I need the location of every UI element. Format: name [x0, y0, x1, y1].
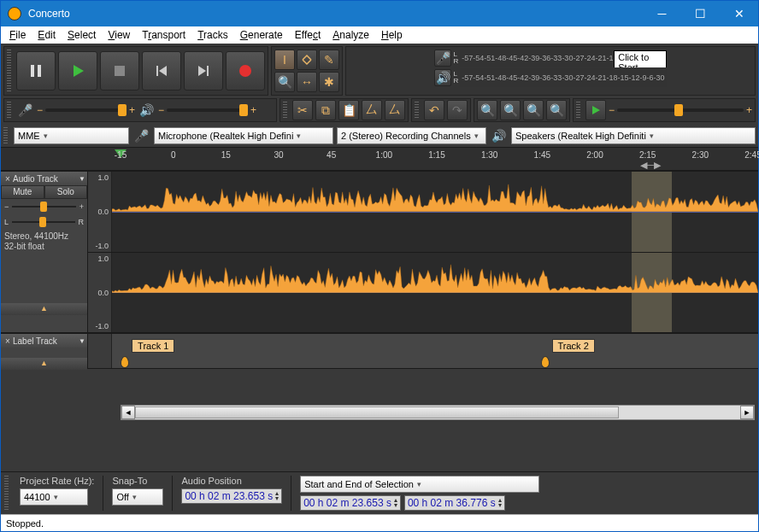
zoom-tool-button[interactable]: 🔍 — [274, 72, 295, 92]
label-box[interactable]: Track 2 — [552, 339, 595, 353]
zoom-in-button[interactable]: 🔍 — [477, 100, 497, 120]
selection-mode-combo[interactable]: Start and End of Selection▾ — [300, 476, 539, 493]
close-button[interactable]: ✕ — [720, 1, 758, 26]
grip-icon[interactable] — [7, 102, 11, 119]
playback-meter[interactable]: -57-54-51-48-45-42-39-36-33-30-27-24-21-… — [460, 68, 666, 87]
play-at-speed-button[interactable] — [585, 100, 606, 120]
playback-speed-slider[interactable] — [617, 108, 744, 112]
scrollbar-thumb[interactable] — [135, 406, 619, 418]
cut-button[interactable]: ✂ — [292, 100, 313, 120]
window-title: Concerto — [28, 8, 643, 20]
speaker-meter-icon[interactable]: 🔊 — [434, 69, 451, 86]
transport-toolbar — [3, 46, 268, 96]
label-marker-icon[interactable] — [541, 356, 550, 368]
selection-start-field[interactable]: 00 h 02 m 23.653 s▴▾ — [300, 495, 401, 511]
pause-button[interactable] — [16, 51, 56, 91]
skip-end-button[interactable] — [184, 51, 223, 91]
scroll-right-button[interactable]: ► — [740, 406, 754, 419]
track-menu-button[interactable]: ▼ — [79, 175, 85, 183]
copy-button[interactable]: ⧉ — [315, 100, 336, 120]
speaker-icon: 🔊 — [490, 129, 508, 143]
paste-button[interactable]: 📋 — [338, 100, 359, 120]
undo-button[interactable]: ↶ — [424, 100, 444, 120]
zoom-out-button[interactable]: 🔍 — [500, 100, 521, 120]
grip-icon[interactable] — [576, 102, 580, 119]
track-collapse-button[interactable]: ▲ — [1, 303, 87, 315]
draw-tool-button[interactable]: ✎ — [319, 50, 339, 70]
recording-device-combo[interactable]: Microphone (Realtek High Defini▾ — [154, 127, 333, 144]
selection-end-field[interactable]: 00 h 02 m 36.776 s▴▾ — [404, 495, 505, 511]
gain-slider[interactable]: −+ — [1, 199, 87, 214]
track-close-button[interactable]: × — [3, 174, 13, 184]
menu-edit[interactable]: Edit — [32, 28, 61, 42]
track-collapse-button[interactable]: ▲ — [1, 358, 87, 370]
track-header[interactable]: × Label Track ▼ — [1, 334, 87, 348]
scrub-handle-icon[interactable]: ◀─▶ — [640, 160, 661, 171]
recording-meter[interactable]: -57-54-51-48-45-42-39-36-33-30-27-24-21-… — [460, 49, 666, 67]
svg-marker-9 — [592, 106, 600, 114]
menu-view[interactable]: View — [103, 28, 135, 42]
skip-start-button[interactable] — [142, 51, 181, 91]
menu-file-label: ile — [15, 29, 26, 41]
vertical-ruler[interactable]: 1.0 0.0 -1.0 — [88, 172, 112, 252]
horizontal-scrollbar[interactable]: ◄ ► — [121, 405, 755, 420]
menu-analyze[interactable]: Analyze — [327, 28, 374, 42]
play-button[interactable] — [58, 51, 97, 91]
menu-select[interactable]: Select — [62, 28, 101, 42]
svg-point-8 — [239, 65, 251, 77]
mic-icon: 🎤 — [132, 129, 150, 143]
silence-button[interactable]: ⼛ — [385, 100, 405, 120]
label-box[interactable]: Track 1 — [132, 339, 174, 353]
track-close-button[interactable]: × — [3, 336, 13, 346]
selection-tool-button[interactable]: I — [274, 50, 295, 70]
recording-channels-combo[interactable]: 2 (Stereo) Recording Channels▾ — [337, 127, 486, 144]
svg-rect-4 — [156, 66, 158, 76]
waveform-right[interactable] — [112, 253, 758, 333]
grip-icon[interactable] — [283, 102, 287, 119]
status-text: Stopped. — [6, 518, 44, 529]
fit-project-button[interactable]: 🔍 — [546, 100, 567, 120]
grip-icon[interactable] — [415, 102, 419, 119]
recording-volume-slider[interactable] — [45, 108, 126, 112]
envelope-tool-button[interactable] — [297, 50, 317, 70]
grip-icon[interactable] — [4, 476, 9, 511]
mic-meter-icon[interactable]: 🎤 — [434, 50, 451, 67]
maximize-button[interactable]: ☐ — [681, 1, 720, 26]
timeshift-tool-button[interactable]: ↔ — [297, 72, 317, 92]
menu-tracks[interactable]: Tracks — [192, 28, 233, 42]
stop-button[interactable] — [100, 51, 139, 91]
mute-button[interactable]: Mute — [1, 185, 44, 199]
pan-slider[interactable]: LR — [1, 214, 87, 230]
menu-file[interactable]: File — [4, 28, 31, 42]
multi-tool-button[interactable]: ✱ — [319, 72, 339, 92]
edit-toolbar: ✂ ⧉ 📋 ⼛ ⼛ — [279, 98, 409, 122]
trim-button[interactable]: ⼛ — [362, 100, 382, 120]
waveform-left[interactable] — [112, 172, 758, 252]
track-header[interactable]: × Audio Track ▼ — [1, 172, 87, 185]
menu-help[interactable]: Help — [376, 28, 408, 42]
grip-icon[interactable] — [7, 50, 11, 92]
snap-to-combo[interactable]: Off▾ — [112, 488, 163, 506]
fit-selection-button[interactable]: 🔍 — [523, 100, 544, 120]
scroll-left-button[interactable]: ◄ — [121, 406, 135, 419]
audio-position-field[interactable]: 00 h 02 m 23.653 s▴▾ — [181, 488, 282, 504]
minimize-button[interactable]: ─ — [643, 1, 681, 26]
audio-host-combo[interactable]: MME▾ — [14, 127, 129, 144]
grip-icon[interactable] — [3, 127, 8, 144]
label-marker-icon[interactable] — [121, 356, 129, 368]
speaker-icon: 🔊 — [138, 103, 156, 117]
timeline-ruler[interactable]: -1501530451:001:151:301:452:002:152:302:… — [1, 147, 758, 171]
record-button[interactable] — [226, 51, 265, 91]
track-menu-button[interactable]: ▼ — [79, 337, 85, 345]
project-rate-combo[interactable]: 44100▾ — [20, 488, 88, 506]
playback-device-combo[interactable]: Speakers (Realtek High Definiti▾ — [511, 127, 756, 144]
playback-volume-slider[interactable] — [167, 108, 248, 112]
svg-marker-5 — [159, 66, 167, 76]
vertical-ruler[interactable]: 1.0 0.0 -1.0 — [88, 253, 112, 333]
menu-transport[interactable]: Transport — [137, 28, 191, 42]
solo-button[interactable]: Solo — [44, 185, 88, 199]
label-track-area[interactable]: Track 1Track 2 — [112, 334, 758, 368]
redo-button[interactable]: ↷ — [447, 100, 468, 120]
menu-generate[interactable]: Generate — [235, 28, 288, 42]
menu-effect[interactable]: Effect — [290, 28, 326, 42]
